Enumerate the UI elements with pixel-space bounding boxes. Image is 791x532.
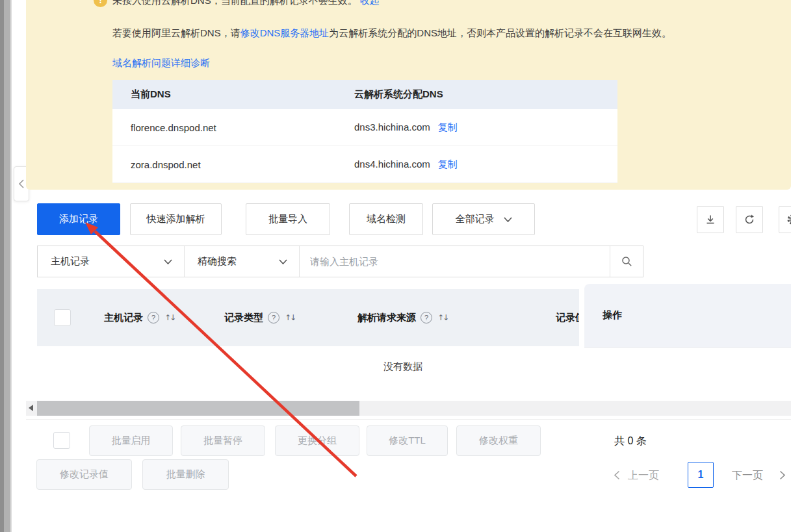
batch-import-button[interactable]: 批量导入 (246, 203, 330, 235)
scroll-left-arrow-icon[interactable] (29, 405, 33, 411)
sort-icon[interactable]: ↑↓ (285, 313, 295, 322)
batch-pause-button[interactable]: 批量暂停 (181, 425, 265, 456)
download-button[interactable] (697, 206, 724, 233)
current-page-button[interactable]: 1 (688, 462, 714, 488)
dns-table-row: florence.dnspod.net dns3.hichina.com复制 (112, 109, 617, 146)
assigned-dns-value: dns4.hichina.com (354, 158, 430, 170)
help-icon[interactable]: ? (268, 312, 279, 323)
all-records-dropdown[interactable]: 全部记录 (432, 203, 535, 235)
search-mode-select[interactable]: 精确搜索 (185, 246, 300, 277)
quick-add-button[interactable]: 快速添加解析 (130, 203, 222, 235)
search-icon (621, 256, 632, 267)
modify-weight-button[interactable]: 修改权重 (456, 425, 541, 456)
chevron-left-icon (18, 179, 25, 188)
total-count: 共 0 条 (614, 435, 647, 448)
dns-records-console-page: ! 未接入使用云解析DNS，当前配置的解析记录不会生效。 收起 若要使用阿里云解… (0, 0, 791, 532)
modify-ttl-button[interactable]: 修改TTL (367, 425, 448, 456)
modify-dns-server-link[interactable]: 修改DNS服务器地址 (240, 27, 330, 38)
dns-table-header: 当前DNS 云解析系统分配DNS (112, 80, 617, 109)
add-record-button[interactable]: 添加记录 (37, 203, 120, 235)
copy-dns-link[interactable]: 复制 (438, 121, 458, 133)
batch-delete-button[interactable]: 批量删除 (142, 459, 229, 490)
modify-record-value-button[interactable]: 修改记录值 (36, 459, 132, 490)
chevron-down-icon (164, 259, 172, 264)
footer-select-all-checkbox[interactable] (53, 432, 70, 449)
copy-dns-link[interactable]: 复制 (438, 158, 458, 170)
domain-check-button[interactable]: 域名检测 (349, 203, 423, 235)
collapse-notice-link[interactable]: 收起 (360, 0, 380, 6)
column-operations: 操作 (584, 284, 791, 348)
notice-line1: 未接入使用云解析DNS，当前配置的解析记录不会生效。 收起 (112, 0, 380, 7)
notice-warning-text: 未接入使用云解析DNS，当前配置的解析记录不会生效。 (112, 0, 357, 6)
footer-divider (26, 419, 791, 420)
current-dns-value: zora.dnspod.net (112, 159, 354, 170)
refresh-button[interactable] (736, 206, 763, 233)
left-scrollbar[interactable] (0, 0, 12, 532)
prev-page-icon[interactable] (614, 470, 620, 480)
help-icon[interactable]: ? (148, 312, 159, 323)
record-search-bar: 主机记录 精确搜索 (37, 246, 643, 277)
scrollbar-thumb[interactable] (37, 401, 359, 416)
ops-column-divider (579, 284, 584, 348)
sort-icon[interactable]: ↑↓ (164, 313, 175, 322)
help-icon[interactable]: ? (421, 312, 432, 323)
batch-enable-button[interactable]: 批量启用 (89, 425, 173, 456)
next-page-button[interactable]: 下一页 (732, 469, 763, 483)
chevron-down-icon (279, 259, 287, 264)
empty-table-message: 没有数据 (39, 361, 767, 373)
chevron-down-icon (504, 217, 512, 222)
sort-icon[interactable]: ↑↓ (437, 313, 448, 322)
refresh-icon (744, 214, 755, 225)
search-field-select[interactable]: 主机记录 (38, 246, 185, 277)
prev-page-button[interactable]: 上一页 (628, 469, 659, 483)
current-dns-value: florence.dnspod.net (112, 122, 354, 133)
dns-warning-notice: ! 未接入使用云解析DNS，当前配置的解析记录不会生效。 收起 若要使用阿里云解… (26, 0, 791, 190)
column-request-source: 解析请求来源 ? ↑↓ (357, 289, 448, 346)
column-record-type: 记录类型 ? ↑↓ (224, 289, 295, 346)
gear-icon (786, 214, 791, 225)
change-group-button[interactable]: 更换分组 (275, 425, 359, 456)
notice-line2: 若要使用阿里云解析DNS，请修改DNS服务器地址为云解析系统分配的DNS地址，否… (112, 27, 671, 40)
column-host-record: 主机记录 ? ↑↓ (104, 289, 175, 346)
dns-table-row: zora.dnspod.net dns4.hichina.com复制 (112, 146, 617, 183)
search-button[interactable] (610, 246, 643, 277)
col-current-dns: 当前DNS (112, 88, 354, 101)
horizontal-scrollbar[interactable] (26, 401, 791, 416)
domain-diagnose-link[interactable]: 域名解析问题详细诊断 (112, 57, 210, 70)
notice-body-post: 为云解析系统分配的DNS地址，否则本产品设置的解析记录不会在互联网生效。 (329, 27, 671, 38)
settings-button[interactable] (779, 206, 791, 233)
dns-comparison-table: 当前DNS 云解析系统分配DNS florence.dnspod.net dns… (112, 80, 617, 183)
select-all-checkbox[interactable] (54, 309, 71, 326)
search-input[interactable] (300, 246, 610, 277)
notice-body-pre: 若要使用阿里云解析DNS，请 (112, 27, 240, 38)
download-icon (705, 214, 716, 225)
assigned-dns-value: dns3.hichina.com (354, 121, 430, 133)
next-page-icon[interactable] (779, 470, 786, 480)
col-assigned-dns: 云解析系统分配DNS (354, 88, 617, 101)
warning-icon: ! (94, 0, 107, 7)
